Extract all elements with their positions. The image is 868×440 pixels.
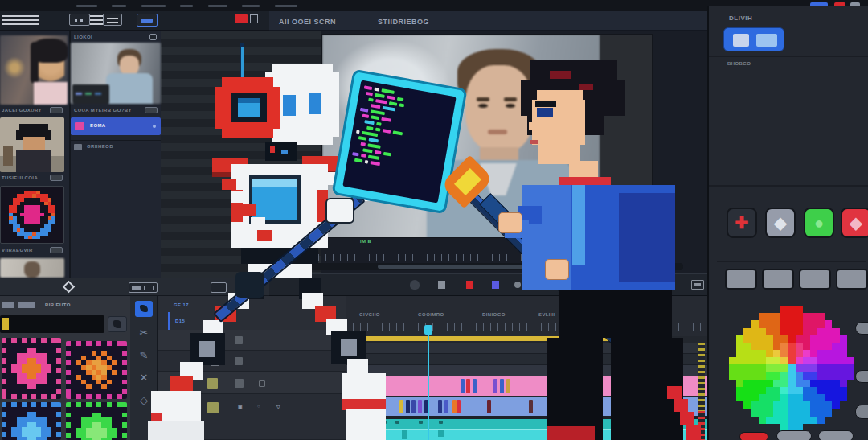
bin-row-label: EOMA [90,123,106,128]
filter-chip[interactable] [18,302,35,308]
clip-label: TUSIEUI COIA [2,175,38,180]
effects-panel: BIB EUTO [0,296,130,440]
wrench-icon [113,320,121,328]
stop-icon[interactable] [438,281,445,289]
menu-item[interactable] [180,5,193,7]
artist-hand [545,259,569,280]
hamburger-icon[interactable] [2,15,39,25]
mode-toggle[interactable] [723,27,784,51]
robot-character [145,37,386,440]
bottom-pill-button[interactable] [818,430,854,440]
filter-chip[interactable] [2,302,14,308]
clip-thumbnail-pixel-circle[interactable] [0,186,64,244]
add-button[interactable]: ✚ [727,208,757,238]
playhead-line [428,331,429,440]
record-frame-icon [250,14,258,23]
clip-label: JACEI GOXURY [2,108,42,113]
red-pill-button[interactable] [739,432,768,440]
inspector-title: DLIVIH [729,14,752,22]
remove-button[interactable]: ◆ [841,208,868,238]
clip-label: VIIRAEGVIR [2,248,33,253]
eject-icon[interactable] [410,280,420,290]
effects-tool-button[interactable] [108,316,127,332]
clip-thumbnail-pixel-boy[interactable] [0,117,64,172]
record-button[interactable] [235,14,248,23]
effect-tile-pink[interactable] [2,338,61,399]
slider-section-label: BHOBGO [727,61,751,66]
robot-hand-lower [235,272,264,298]
bin-header: LIOKOI [74,35,92,39]
effects-search-bar[interactable] [0,315,104,333]
side-pill-button[interactable] [855,405,868,419]
artist-hand [498,212,522,233]
clip-thumbnail-woman[interactable] [0,35,68,105]
clip-badge-icon [50,247,63,253]
record-clip-icon[interactable] [466,281,473,289]
program-panel-header: AII OOEI SCRN STIIDRIEBOG [269,11,707,31]
preset-button[interactable] [762,269,794,290]
menu-item[interactable] [112,5,126,7]
effect-tile-blue[interactable] [2,402,61,440]
video-editor-app: AII OOEI SCRN STIIDRIEBOG JACEI GOXURY T… [0,0,868,440]
bin-row-icon [74,144,82,150]
clip-badge-icon [50,175,63,181]
preset-button[interactable] [725,269,757,290]
preset-button[interactable] [799,269,831,290]
bin-row-label[interactable]: CUUA MYEIRB GO?BY [74,108,132,113]
code-tablet [334,72,465,212]
clip-badge-icon [50,107,63,113]
project-panel: JACEI GOXURY TUSIEUI COIA VIIRAEGVIR LIO… [0,31,161,278]
clip-color-icon [75,122,84,130]
dots-tool-icon[interactable] [69,14,90,26]
toggle-option-a[interactable] [733,34,749,47]
menu-item[interactable] [242,5,260,7]
bin-row-label[interactable]: GRIIHEOD [87,144,113,149]
effect-tile-green[interactable] [66,402,127,440]
color-wheel[interactable] [729,306,854,431]
ruler-timecode: GOOIMRO [418,312,444,317]
clip-thumbnail-person[interactable] [0,258,64,278]
enable-button[interactable]: ● [804,208,834,238]
robot-hand-upper [326,198,354,224]
effects-panel-title: BIB EUTO [45,302,71,307]
grid-tool-icon[interactable] [103,14,122,26]
search-marker-icon [2,318,9,330]
active-tool-icon[interactable] [137,14,158,27]
menu-item[interactable] [275,5,297,7]
side-pill-button[interactable] [855,370,868,383]
keyframe-button[interactable]: ◆ [765,208,796,238]
diamond-tool-icon[interactable] [63,281,76,294]
inspector-panel: DLIVIH BHOBGO CHBTOTE GUIDHYD GETIUEB GE… [707,6,868,440]
menu-item[interactable] [208,5,227,7]
bottom-pill-button[interactable] [776,430,812,440]
effect-tile-orange[interactable] [66,341,127,399]
menu-item[interactable] [76,5,97,7]
tablet-code-screen [342,80,456,204]
panel-title-right: STIIDRIEBOG [378,18,429,26]
pixel-artist-character [482,48,715,440]
menu-item[interactable] [141,5,166,7]
panel-title-left: AII OOEI SCRN [279,18,336,26]
side-pill-button[interactable] [855,322,868,335]
toggle-option-b[interactable] [756,34,777,47]
preset-button[interactable] [836,269,868,290]
